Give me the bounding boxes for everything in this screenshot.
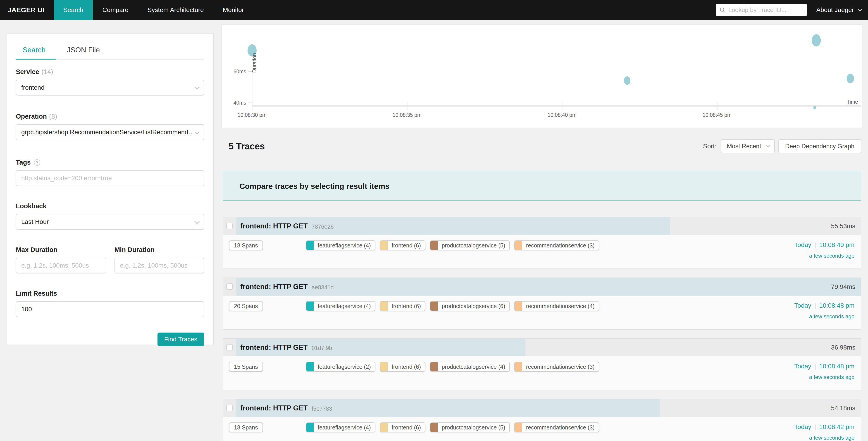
service-tag-label: productcatalogservice (5)	[438, 424, 509, 431]
service-tag-pill[interactable]: featureflagservice (4)	[306, 422, 375, 432]
trace-title: frontend: HTTP GET	[240, 404, 308, 412]
duration-scatter-plot[interactable]: 10:08:30 pm10:08:35 pm10:08:40 pm10:08:4…	[222, 25, 862, 128]
lookback-select[interactable]: Last Hour	[16, 214, 204, 230]
deep-dependency-graph-button[interactable]: Deep Dependency Graph	[778, 139, 861, 153]
service-tag-label: featureflagservice (2)	[314, 363, 375, 370]
service-tag-pill[interactable]: recommendationservice (3)	[514, 240, 599, 251]
trace-title: frontend: HTTP GET	[240, 283, 308, 291]
nav-item-search[interactable]: Search	[54, 0, 93, 20]
service-tag-pill[interactable]: featureflagservice (4)	[306, 240, 375, 251]
service-tag-pill[interactable]: productcatalogservice (6)	[430, 301, 510, 311]
min-duration-input[interactable]	[120, 262, 192, 269]
span-count-pill[interactable]: 15 Spans	[229, 362, 263, 372]
service-tag-pill[interactable]: productcatalogservice (5)	[430, 240, 510, 251]
service-tag-label: featureflagservice (4)	[314, 242, 375, 249]
trace-scatter-panel: 10:08:30 pm10:08:35 pm10:08:40 pm10:08:4…	[221, 25, 862, 128]
chevron-down-icon	[195, 219, 200, 224]
max-duration-input[interactable]	[21, 262, 94, 269]
about-jaeger-menu[interactable]: About Jaeger	[816, 6, 861, 13]
service-tag-label: recommendationservice (3)	[522, 363, 599, 370]
trace-lookup-box[interactable]	[716, 4, 807, 16]
service-tag-pill[interactable]: featureflagservice (4)	[306, 301, 375, 311]
trace-result-list: frontend: HTTP GET 7876e26 55.53ms 18 Sp…	[223, 217, 861, 441]
service-color-swatch	[515, 423, 522, 432]
service-tag-pill[interactable]: featureflagservice (2)	[306, 362, 375, 372]
service-tag-label: recommendationservice (4)	[522, 303, 599, 310]
trace-result-card[interactable]: frontend: HTTP GET f5e7783 54.18ms 18 Sp…	[223, 399, 861, 441]
service-label: Service (14)	[16, 68, 204, 76]
nav-item-system-architecture[interactable]: System Architecture	[138, 0, 213, 20]
trace-card-body: 18 Spans featureflagservice (4)frontend …	[223, 417, 861, 441]
service-tag-pill[interactable]: productcatalogservice (5)	[430, 422, 510, 432]
trace-date[interactable]: Today	[794, 302, 811, 309]
x-tick-label: 10:08:40 pm	[548, 112, 577, 118]
time-separator: |	[814, 363, 816, 370]
trace-date[interactable]: Today	[794, 423, 811, 430]
trace-time[interactable]: 10:08:49 pm	[819, 241, 855, 248]
trace-date[interactable]: Today	[794, 363, 811, 370]
trace-time[interactable]: 10:08:42 pm	[819, 423, 855, 430]
trace-result-card[interactable]: frontend: HTTP GET 01d7f9b 36.98ms 15 Sp…	[223, 338, 861, 390]
trace-select-checkbox[interactable]	[226, 284, 232, 290]
service-tag-pill[interactable]: recommendationservice (4)	[514, 301, 599, 311]
trace-card-header: frontend: HTTP GET f5e7783 54.18ms	[223, 399, 861, 417]
trace-lookup-input[interactable]	[728, 6, 803, 13]
service-tag-pill[interactable]: frontend (6)	[380, 362, 425, 372]
trace-scatter-point[interactable]	[812, 34, 821, 47]
trace-time[interactable]: 10:08:48 pm	[819, 302, 855, 309]
service-tag-label: featureflagservice (4)	[314, 424, 375, 431]
tab-json-file[interactable]: JSON File	[67, 46, 100, 54]
trace-card-body: 18 Spans featureflagservice (4)frontend …	[223, 235, 861, 268]
service-tag-pill[interactable]: frontend (6)	[380, 422, 425, 432]
tab-search[interactable]: Search	[23, 46, 45, 54]
nav-item-monitor[interactable]: Monitor	[213, 0, 253, 20]
service-color-swatch	[380, 423, 388, 432]
service-select[interactable]: frontend	[16, 80, 204, 95]
trace-scatter-point[interactable]	[624, 76, 630, 85]
tags-input-box	[16, 170, 204, 186]
service-tag-pill[interactable]: frontend (6)	[380, 240, 425, 251]
span-count-pill[interactable]: 20 Spans	[229, 301, 263, 311]
service-tag-pill[interactable]: productcatalogservice (4)	[430, 362, 510, 372]
service-tag-pill[interactable]: recommendationservice (3)	[514, 422, 599, 432]
operation-select[interactable]: grpc.hipstershop.RecommendationService/L…	[16, 124, 204, 140]
span-count-pill[interactable]: 18 Spans	[229, 422, 263, 432]
service-color-swatch	[430, 423, 438, 432]
service-tag-label: productcatalogservice (4)	[438, 363, 509, 370]
trace-time[interactable]: 10:08:48 pm	[819, 363, 855, 370]
service-tag-label: frontend (6)	[388, 363, 425, 370]
trace-result-card[interactable]: frontend: HTTP GET ae8341d 79.94ms 20 Sp…	[223, 277, 861, 330]
service-tag-label: frontend (6)	[388, 303, 425, 310]
nav-item-compare[interactable]: Compare	[93, 0, 138, 20]
y-axis-title: Duration	[251, 53, 257, 73]
sort-select[interactable]: Most Recent	[721, 139, 775, 153]
results-controls: Sort: Most Recent Deep Dependency Graph	[703, 139, 861, 153]
lookback-label: Lookback	[16, 202, 204, 210]
app-brand: JAEGER UI	[0, 6, 54, 14]
trace-card-header: frontend: HTTP GET 7876e26 55.53ms	[223, 217, 861, 235]
active-tab-indicator	[16, 59, 56, 60]
help-icon[interactable]: ?	[34, 159, 40, 166]
trace-select-checkbox[interactable]	[226, 405, 232, 411]
trace-result-card[interactable]: frontend: HTTP GET 7876e26 55.53ms 18 Sp…	[223, 217, 861, 269]
service-tag-label: frontend (6)	[388, 242, 425, 249]
trace-select-checkbox[interactable]	[226, 344, 232, 350]
trace-scatter-point[interactable]	[813, 106, 816, 109]
span-count-pill[interactable]: 18 Spans	[229, 240, 263, 251]
trace-date[interactable]: Today	[794, 241, 811, 248]
service-color-swatch	[380, 362, 388, 371]
x-tick-label: 10:08:30 pm	[238, 112, 267, 118]
trace-relative-time: a few seconds ago	[794, 435, 855, 441]
service-color-swatch	[380, 301, 388, 311]
trace-scatter-point[interactable]	[847, 74, 854, 83]
find-traces-button[interactable]: Find Traces	[157, 332, 204, 346]
service-tag-pill[interactable]: recommendationservice (3)	[514, 362, 599, 372]
trace-select-checkbox[interactable]	[226, 223, 232, 229]
tags-input[interactable]	[21, 175, 192, 182]
service-color-swatch	[515, 301, 522, 311]
trace-duration: 79.94ms	[831, 283, 855, 290]
trace-id: 7876e26	[312, 224, 334, 230]
sort-select-value: Most Recent	[727, 143, 761, 150]
service-tag-pill[interactable]: frontend (6)	[380, 301, 425, 311]
limit-results-input[interactable]	[21, 305, 192, 313]
